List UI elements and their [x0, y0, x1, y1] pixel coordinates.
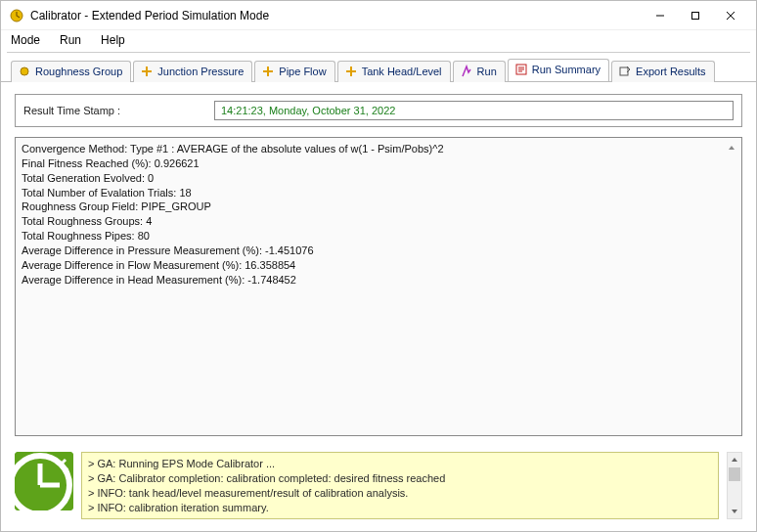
tab-tank-head-level[interactable]: Tank Head/Level	[337, 61, 451, 82]
summary-line: Convergence Method: Type #1 : AVERAGE of…	[22, 142, 735, 156]
scroll-down-button[interactable]	[728, 505, 741, 518]
summary-line: Final Fitness Reached (%): 0.926621	[22, 156, 735, 171]
footer: > GA: Running EPS Mode Calibrator ... > …	[1, 444, 756, 529]
tab-label: Run	[477, 66, 497, 77]
scroll-track[interactable]	[728, 482, 741, 505]
tab-roughness-group[interactable]: Roughness Group	[11, 61, 131, 82]
minimize-button[interactable]	[643, 2, 678, 29]
run-icon	[460, 65, 473, 78]
svg-line-13	[64, 469, 68, 471]
junction-icon	[140, 65, 154, 78]
tab-run[interactable]: Run	[453, 61, 506, 82]
tab-label: Pipe Flow	[279, 66, 326, 77]
tab-pipe-flow[interactable]: Pipe Flow	[254, 61, 334, 82]
log-line: > GA: Running EPS Mode Calibrator ...	[88, 457, 712, 471]
window-title: Calibrator - Extended Period Simulation …	[30, 9, 643, 22]
summary-line: Average Difference in Pressure Measureme…	[22, 244, 735, 258]
tab-label: Roughness Group	[35, 66, 122, 77]
summary-textarea[interactable]: Convergence Method: Type #1 : AVERAGE of…	[15, 137, 742, 436]
tab-label: Run Summary	[532, 64, 601, 75]
svg-point-5	[21, 67, 28, 75]
pipe-icon	[261, 65, 275, 78]
log-line: > GA: Calibrator completion: calibration…	[88, 471, 712, 486]
summary-line: Total Roughness Groups: 4	[22, 214, 735, 229]
menu-help[interactable]: Help	[97, 31, 129, 49]
log-line: > INFO: calibration iteration summary.	[88, 501, 712, 515]
tabstrip: Roughness Group Junction Pressure Pipe F…	[1, 57, 756, 82]
summary-line: Average Difference in Head Measurement (…	[22, 273, 735, 288]
titlebar: Calibrator - Extended Period Simulation …	[1, 1, 756, 30]
tab-label: Tank Head/Level	[362, 66, 442, 77]
log-scrollbar[interactable]	[727, 452, 742, 519]
tab-run-summary[interactable]: Run Summary	[508, 59, 609, 81]
scroll-up-icon[interactable]	[726, 142, 737, 154]
result-time-stamp-value: 14:21:23, Monday, October 31, 2022	[214, 101, 734, 120]
log-line: > INFO: tank head/level measurement/resu…	[88, 486, 712, 501]
result-time-stamp-row: Result Time Stamp : 14:21:23, Monday, Oc…	[15, 94, 742, 127]
app-icon	[9, 8, 24, 23]
summary-line: Average Difference in Flow Measurement (…	[22, 258, 735, 273]
maximize-button[interactable]	[678, 2, 713, 29]
svg-rect-7	[620, 67, 628, 75]
tab-label: Export Results	[636, 66, 706, 77]
menu-run[interactable]: Run	[56, 31, 85, 49]
divider	[7, 52, 750, 53]
summary-line: Total Number of Evalation Trials: 18	[22, 186, 735, 200]
scroll-up-button[interactable]	[728, 453, 741, 466]
summary-line: Total Roughness Pipes: 80	[22, 229, 735, 244]
tab-junction-pressure[interactable]: Junction Pressure	[133, 61, 252, 82]
scroll-thumb[interactable]	[729, 467, 740, 481]
content-pane: Result Time Stamp : 14:21:23, Monday, Oc…	[1, 82, 756, 444]
tab-label: Junction Pressure	[157, 66, 244, 77]
summary-line: Roughness Group Field: PIPE_GROUP	[22, 200, 735, 214]
result-time-stamp-label: Result Time Stamp :	[23, 105, 204, 116]
roughness-icon	[18, 65, 31, 78]
summary-icon	[514, 63, 528, 76]
menu-mode[interactable]: Mode	[7, 31, 44, 49]
tank-icon	[344, 65, 358, 78]
summary-line: Total Generation Evolved: 0	[22, 171, 735, 186]
close-button[interactable]	[713, 2, 748, 29]
export-icon	[618, 65, 632, 78]
tab-export-results[interactable]: Export Results	[611, 61, 715, 82]
menubar: Mode Run Help	[1, 30, 756, 50]
log-panel[interactable]: > GA: Running EPS Mode Calibrator ... > …	[81, 452, 719, 519]
svg-rect-2	[692, 12, 699, 19]
clock-icon	[15, 452, 73, 510]
